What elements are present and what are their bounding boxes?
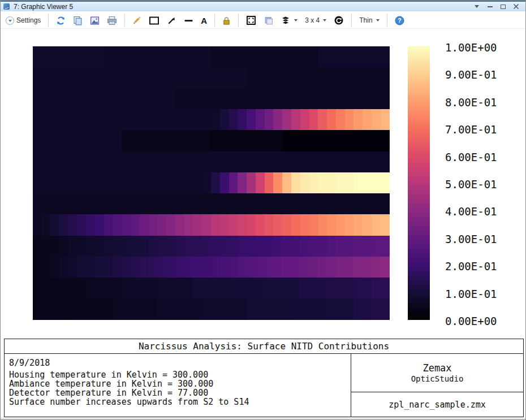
grid-size-label: 3 x 4 bbox=[305, 16, 320, 24]
layer-stack-icon bbox=[281, 16, 291, 25]
rectangle-tool-button[interactable] bbox=[147, 15, 161, 27]
text-tool-icon: A bbox=[201, 16, 207, 25]
fit-frame-icon bbox=[246, 15, 256, 25]
pencil-tool-button[interactable] bbox=[131, 15, 143, 26]
layer-stack-button[interactable] bbox=[279, 15, 299, 27]
toolbar: Settings bbox=[1, 12, 525, 29]
svg-text:?: ? bbox=[398, 17, 401, 24]
grid-size-dropdown[interactable]: 3 x 4 bbox=[303, 15, 328, 25]
help-icon: ? bbox=[395, 16, 404, 25]
analysis-info-line: 8/9/2018 bbox=[9, 358, 351, 367]
colorbar-tick-label: 1.00E+00 bbox=[445, 42, 513, 53]
branding-column: Zemax OpticStudio zpl_narc_sample.zmx bbox=[351, 354, 523, 417]
analysis-info-line: Surface number increases upwards from S2… bbox=[9, 397, 351, 406]
print-icon bbox=[107, 16, 117, 25]
lens-file-name: zpl_narc_sample.zmx bbox=[389, 400, 486, 410]
title-bar[interactable]: 7: Graphic Viewer 5 bbox=[1, 1, 525, 11]
lock-button[interactable] bbox=[221, 15, 232, 27]
separator bbox=[238, 14, 239, 27]
rotate-icon bbox=[334, 15, 344, 25]
print-button[interactable] bbox=[105, 15, 119, 27]
refresh-button[interactable] bbox=[54, 15, 67, 27]
colorbar-tick-label: 8.00E-01 bbox=[445, 97, 513, 108]
brand-product: OpticStudio bbox=[411, 375, 464, 383]
colorbar-tick-label: 7.00E-01 bbox=[445, 124, 513, 135]
maximize-icon[interactable] bbox=[499, 3, 507, 10]
colorbar-tick-label: 9.00E-01 bbox=[445, 69, 513, 80]
brand-name: Zemax bbox=[422, 363, 451, 373]
refresh-icon bbox=[56, 16, 66, 25]
separator bbox=[387, 14, 387, 27]
line-thickness-label: Thin bbox=[359, 16, 372, 24]
narcissus-heatmap bbox=[33, 46, 390, 320]
annotation-box: Narcissus Analysis: Surface NITD Contrib… bbox=[4, 339, 524, 417]
rectangle-icon bbox=[149, 16, 159, 25]
copy-icon bbox=[73, 16, 83, 25]
brand-cell: Zemax OpticStudio bbox=[351, 354, 523, 392]
separator bbox=[48, 14, 49, 27]
settings-button[interactable]: Settings bbox=[4, 15, 42, 26]
line-thickness-dropdown[interactable]: Thin bbox=[357, 15, 381, 25]
layered-windows-button[interactable] bbox=[262, 15, 275, 27]
app-icon bbox=[3, 3, 10, 10]
copy-button[interactable] bbox=[71, 15, 84, 27]
window-controls bbox=[473, 3, 525, 10]
save-image-button[interactable] bbox=[88, 15, 101, 27]
colorbar bbox=[408, 46, 430, 320]
colorbar-tick-label: 1.00E-01 bbox=[445, 288, 513, 300]
lock-icon bbox=[222, 16, 231, 25]
annotation-body: 8/9/2018Housing temperature in Kelvin = … bbox=[5, 354, 523, 417]
analysis-info-line: Housing temperature in Kelvin = 300.000 bbox=[9, 370, 351, 379]
fit-frame-button[interactable] bbox=[244, 14, 258, 27]
line-tool-button[interactable] bbox=[182, 15, 195, 27]
colorbar-tick-label: 0.00E+00 bbox=[445, 315, 513, 327]
close-icon[interactable] bbox=[512, 3, 520, 10]
plot-title: Narcissus Analysis: Surface NITD Contrib… bbox=[5, 339, 523, 354]
colorbar-tick-label: 5.00E-01 bbox=[445, 179, 513, 190]
colorbar-tick-label: 4.00E-01 bbox=[445, 206, 513, 217]
text-tool-button[interactable]: A bbox=[199, 15, 209, 26]
analysis-info-line: Ambiance temperature in Kelvin = 300.000 bbox=[9, 379, 351, 388]
window-menu-dropdown-icon[interactable] bbox=[473, 3, 481, 10]
chevron-down-icon bbox=[376, 19, 380, 21]
colorbar-tick-label: 2.00E-01 bbox=[445, 261, 513, 272]
colorbar-tick-label: 6.00E-01 bbox=[445, 151, 513, 163]
graphic-viewer-window: 7: Graphic Viewer 5 Settings bbox=[0, 0, 526, 420]
chevron-down-icon bbox=[323, 19, 326, 21]
separator bbox=[124, 14, 125, 27]
help-button[interactable]: ? bbox=[393, 15, 406, 27]
minimize-icon[interactable] bbox=[486, 3, 494, 10]
chevron-down-icon bbox=[294, 19, 298, 21]
window-bottom-edge bbox=[1, 418, 525, 420]
separator bbox=[351, 14, 352, 27]
analysis-info: 8/9/2018Housing temperature in Kelvin = … bbox=[5, 354, 351, 417]
analysis-info-line: Detector temperature in Kelvin = 77.000 bbox=[9, 388, 351, 397]
pencil-icon bbox=[132, 16, 141, 25]
colorbar-tick-label: 3.00E-01 bbox=[445, 233, 513, 245]
layered-windows-icon bbox=[264, 16, 273, 25]
settings-label: Settings bbox=[16, 16, 41, 24]
rotate-button[interactable] bbox=[332, 14, 346, 27]
separator bbox=[214, 14, 215, 27]
window-title: 7: Graphic Viewer 5 bbox=[14, 3, 73, 11]
settings-chevron-icon bbox=[6, 16, 14, 25]
file-cell: zpl_narc_sample.zmx bbox=[351, 392, 523, 417]
line-icon bbox=[184, 16, 193, 25]
arrow-tool-button[interactable] bbox=[165, 15, 178, 27]
arrow-icon bbox=[167, 16, 176, 25]
save-image-icon bbox=[90, 16, 100, 25]
